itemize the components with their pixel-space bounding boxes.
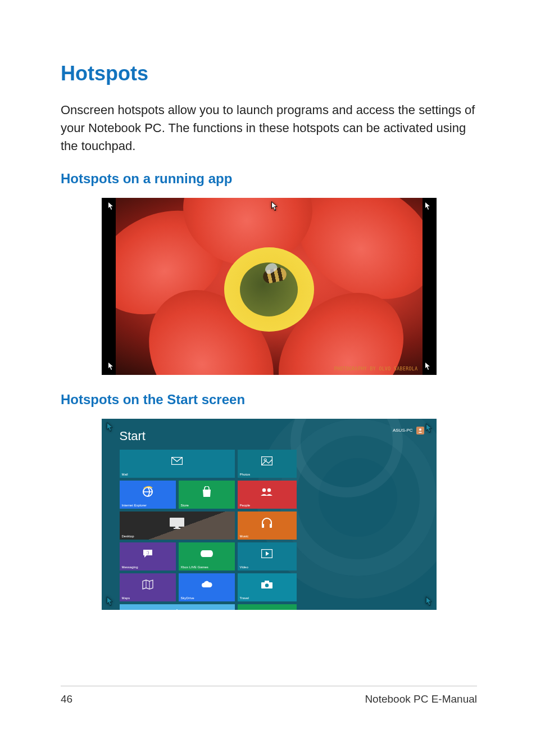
flower-photo: PHOTOGRAPHY BY OLVO SABEROLA — [116, 198, 423, 375]
tile-people[interactable]: People — [238, 481, 297, 509]
tile-label: Video — [240, 565, 294, 569]
cursor-icon — [424, 361, 432, 372]
tile-ie[interactable]: Internet Explorer — [120, 481, 176, 509]
tile-label: Desktop — [122, 535, 233, 538]
subheading-start-screen: Hotspots on the Start screen — [61, 392, 477, 408]
cursor-icon — [107, 361, 115, 372]
svg-point-3 — [264, 459, 266, 461]
tile-label: Music — [240, 535, 294, 538]
headphones-icon — [261, 517, 273, 528]
people-icon — [260, 487, 274, 496]
tile-label: People — [240, 504, 294, 507]
cursor-icon — [424, 201, 432, 211]
tile-travel[interactable]: Travel — [238, 573, 297, 601]
tile-messaging[interactable]: :)Messaging — [120, 542, 176, 571]
svg-point-5 — [262, 488, 266, 491]
tile-label: Store — [181, 504, 233, 507]
desktop-icon — [169, 517, 185, 529]
cursor-icon — [106, 596, 114, 606]
tile-label: Maps — [122, 596, 174, 600]
start-title: Start — [120, 429, 146, 443]
screenshot-running-app: PHOTOGRAPHY BY OLVO SABEROLA — [102, 198, 437, 375]
cursor-icon — [425, 423, 433, 433]
sun-icon — [170, 609, 184, 610]
tiles-grid: MailPhotosInternet ExplorerStorePeopleDe… — [120, 450, 305, 610]
tile-maps[interactable]: Maps — [120, 573, 176, 601]
bag-icon — [202, 486, 212, 497]
tile-mail[interactable]: Mail — [120, 450, 235, 478]
tile-finance[interactable]: Finance — [238, 604, 297, 610]
cursor-icon — [425, 596, 433, 606]
tile-label: Messaging — [122, 565, 174, 569]
ie-icon — [142, 486, 154, 498]
camera-travel-icon — [261, 580, 273, 589]
tile-music[interactable]: Music — [238, 511, 297, 540]
cloud-icon — [201, 581, 213, 588]
doc-title: Notebook PC E-Manual — [365, 693, 477, 705]
tile-photos[interactable]: Photos — [238, 450, 297, 478]
svg-point-6 — [267, 488, 271, 491]
tile-label: Mail — [122, 473, 233, 476]
tile-weather[interactable]: Weather — [120, 604, 235, 610]
intro-paragraph: Onscreen hotspots allow you to launch pr… — [61, 101, 477, 155]
tile-label: Xbox LIVE Games — [181, 565, 233, 569]
user-chip[interactable]: ASUS-PC — [393, 427, 424, 434]
cursor-icon — [107, 201, 115, 211]
chat-icon: :) — [143, 549, 153, 558]
tile-label: Travel — [240, 596, 294, 600]
page-title: Hotspots — [61, 62, 477, 85]
svg-rect-7 — [170, 518, 184, 527]
tile-desktop[interactable]: Desktop — [120, 511, 235, 540]
map-icon — [142, 580, 153, 590]
flower-center — [224, 247, 314, 332]
tile-label: SkyDrive — [181, 596, 233, 600]
svg-rect-9 — [174, 528, 180, 529]
cursor-icon — [106, 422, 114, 432]
tile-label: Internet Explorer — [122, 504, 174, 507]
svg-rect-10 — [262, 524, 264, 528]
user-name-label: ASUS-PC — [393, 428, 413, 433]
avatar-icon — [416, 427, 424, 434]
mail-icon — [171, 457, 183, 465]
page-footer: 46 Notebook PC E-Manual — [61, 686, 477, 705]
subheading-running-app: Hotspots on a running app — [61, 171, 477, 187]
gamepad-icon — [201, 550, 213, 558]
svg-rect-8 — [175, 527, 179, 528]
tile-games[interactable]: Xbox LIVE Games — [179, 542, 235, 571]
svg-text::): :) — [146, 550, 148, 555]
photo-watermark: PHOTOGRAPHY BY OLVO SABEROLA — [334, 366, 418, 372]
tile-skydrive[interactable]: SkyDrive — [179, 573, 235, 601]
screenshot-start-screen: Start ASUS-PC MailPhotosInternet Explore… — [102, 419, 437, 610]
tile-label: Photos — [240, 473, 294, 476]
manual-page: Hotspots Onscreen hotspots allow you to … — [0, 0, 536, 756]
play-icon — [261, 549, 272, 558]
photo-icon — [261, 456, 272, 465]
tile-video[interactable]: Video — [238, 542, 297, 571]
tile-store[interactable]: Store — [179, 481, 235, 509]
svg-point-16 — [265, 583, 269, 587]
svg-rect-15 — [265, 581, 269, 583]
svg-point-0 — [419, 428, 421, 431]
page-number: 46 — [61, 693, 72, 705]
cursor-icon — [271, 201, 279, 211]
svg-rect-11 — [270, 524, 272, 528]
